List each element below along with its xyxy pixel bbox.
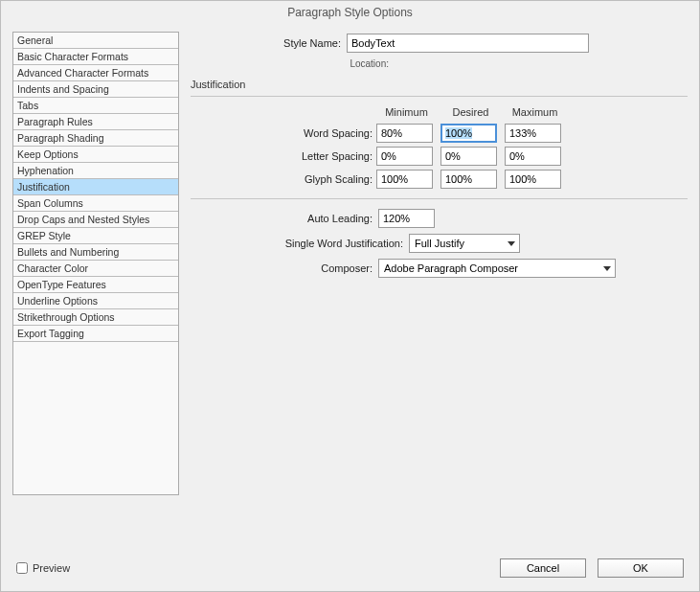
sidebar-item[interactable]: Keep Options [13,147,178,163]
sidebar-item[interactable]: Hyphenation [13,163,178,179]
spacing-grid: Minimum Desired Maximum Word Spacing: Le… [191,106,688,189]
style-name-label: Style Name: [191,37,341,49]
category-sidebar[interactable]: GeneralBasic Character FormatsAdvanced C… [12,32,179,495]
location-label: Location: [191,58,389,69]
glyph-scaling-max-input[interactable] [505,170,561,189]
section-title: Justification [191,79,688,90]
style-name-input[interactable] [347,34,589,53]
divider-2 [191,198,688,199]
single-word-label: Single Word Justification: [191,238,403,249]
col-min: Minimum [376,106,437,120]
preview-checkbox[interactable] [16,562,28,574]
glyph-scaling-min-input[interactable] [376,170,433,189]
auto-leading-label: Auto Leading: [191,213,373,224]
sidebar-item[interactable]: Paragraph Rules [13,114,178,130]
sidebar-item[interactable]: GREP Style [13,228,178,244]
single-word-select-wrap: Full Justify [409,234,520,253]
composer-label: Composer: [191,262,373,274]
word-spacing-max-input[interactable] [505,124,561,143]
cancel-button[interactable]: Cancel [500,558,586,578]
sidebar-item[interactable]: Tabs [13,98,178,114]
sidebar-item[interactable]: Basic Character Formats [13,49,178,65]
sidebar-item[interactable]: Span Columns [13,195,178,212]
sidebar-item[interactable]: OpenType Features [13,277,178,293]
divider [191,96,688,97]
single-word-select[interactable]: Full Justify [409,234,520,253]
ok-button[interactable]: OK [598,558,684,578]
sidebar-item[interactable]: Character Color [13,261,178,277]
sidebar-item[interactable]: Bullets and Numbering [13,244,178,261]
sidebar-item[interactable]: Justification [13,179,178,195]
auto-leading-input[interactable] [378,209,435,228]
composer-select[interactable]: Adobe Paragraph Composer [378,259,616,278]
content-area: GeneralBasic Character FormatsAdvanced C… [1,22,699,551]
footer: Preview Cancel OK [1,551,699,591]
sidebar-item[interactable]: Drop Caps and Nested Styles [13,212,178,228]
word-spacing-label: Word Spacing: [191,127,373,139]
sidebar-item[interactable]: General [13,33,178,49]
preview-label: Preview [33,562,70,574]
sidebar-item[interactable]: Paragraph Shading [13,130,178,147]
glyph-scaling-label: Glyph Scaling: [191,173,373,185]
sidebar-item[interactable]: Strikethrough Options [13,309,178,326]
main-panel: Style Name: Location: Justification Mini… [191,32,688,545]
word-spacing-desired-input[interactable] [440,124,497,143]
word-spacing-min-input[interactable] [376,124,433,143]
dialog-window: Paragraph Style Options GeneralBasic Cha… [0,0,700,592]
letter-spacing-min-input[interactable] [376,147,433,166]
sidebar-item[interactable]: Export Tagging [13,326,178,342]
sidebar-item[interactable]: Advanced Character Formats [13,65,178,81]
sidebar-item[interactable]: Underline Options [13,293,178,309]
window-title: Paragraph Style Options [1,1,699,22]
glyph-scaling-desired-input[interactable] [440,170,497,189]
sidebar-item[interactable]: Indents and Spacing [13,81,178,98]
col-max: Maximum [505,106,565,120]
col-desired: Desired [440,106,501,120]
composer-select-wrap: Adobe Paragraph Composer [378,259,616,278]
preview-checkbox-wrap[interactable]: Preview [16,562,70,574]
letter-spacing-desired-input[interactable] [440,147,497,166]
letter-spacing-max-input[interactable] [505,147,561,166]
letter-spacing-label: Letter Spacing: [191,150,373,162]
